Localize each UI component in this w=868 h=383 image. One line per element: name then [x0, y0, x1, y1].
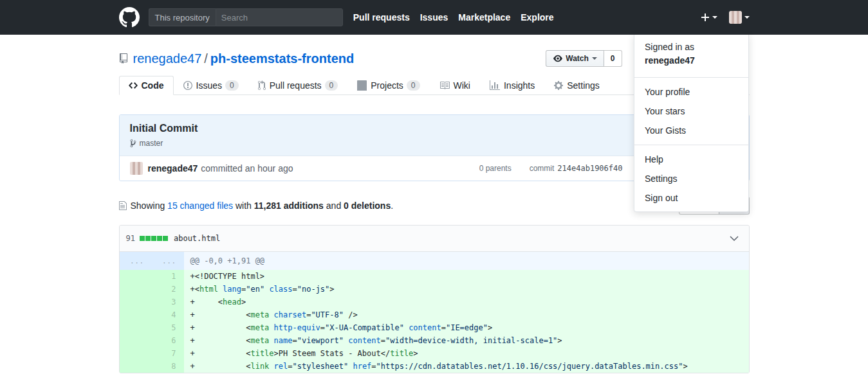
plus-icon [701, 12, 710, 22]
diff-code: + <meta charset="UTF-8" /> [184, 308, 749, 321]
diff-line: 4+ <meta charset="UTF-8" /> [120, 308, 749, 321]
eye-icon [553, 54, 563, 63]
repo-owner-link[interactable]: renegade47 [133, 51, 202, 66]
menu-sign-out[interactable]: Sign out [634, 188, 748, 208]
old-line-number[interactable] [120, 321, 152, 334]
diff-code: + <meta name="viewport" content="width=d… [184, 334, 749, 347]
commit-label: commit [530, 164, 555, 173]
site-header: This repository Pull requests Issues Mar… [0, 0, 868, 35]
old-line-number[interactable] [120, 334, 152, 347]
git-branch-icon [130, 139, 136, 148]
diff-line: 1+<!DOCTYPE html> [120, 270, 749, 283]
header-search: This repository [149, 8, 343, 26]
old-line-number[interactable] [120, 360, 152, 373]
menu-your-profile[interactable]: Your profile [634, 82, 748, 102]
diffstat-blocks [140, 236, 169, 241]
chevron-down-icon [712, 16, 717, 21]
new-line-number[interactable]: 6 [152, 334, 184, 347]
diff-summary-text: Showing 15 changed files with 11,281 add… [131, 200, 394, 211]
commit-sha: 214e4ab1906f40 [557, 164, 622, 173]
menu-your-gists[interactable]: Your Gists [634, 121, 748, 140]
commit-time: committed an hour ago [201, 163, 293, 174]
tab-insights[interactable]: Insights [480, 76, 544, 95]
tab-pull-requests[interactable]: Pull requests 0 [248, 76, 348, 95]
diff-hunk-row: ... ... @@ -0,0 +1,91 @@ [120, 252, 749, 270]
diffstat-block [157, 236, 162, 241]
diff-code: +<html lang="en" class="no-js"> [184, 283, 749, 296]
divider [634, 77, 748, 78]
search-input[interactable] [216, 8, 343, 26]
new-line-number[interactable]: 8 [152, 360, 184, 373]
nav-explore[interactable]: Explore [521, 12, 553, 22]
search-scope-button[interactable]: This repository [149, 8, 216, 26]
project-icon [357, 80, 367, 91]
committer-avatar[interactable] [130, 162, 143, 175]
github-logo[interactable] [119, 7, 140, 28]
nav-issues[interactable]: Issues [420, 12, 448, 22]
file-change-count: 91 [126, 232, 135, 245]
chevron-down-icon [744, 16, 750, 21]
diffstat-block [151, 236, 156, 241]
menu-settings[interactable]: Settings [634, 169, 748, 188]
menu-your-stars[interactable]: Your stars [634, 102, 748, 121]
diff-lines: ... ... @@ -0,0 +1,91 @@ 1+<!DOCTYPE htm… [120, 252, 749, 373]
new-line-number[interactable]: 2 [152, 283, 184, 296]
committer-link[interactable]: renegade47 [148, 163, 198, 174]
new-line-number[interactable]: 7 [152, 347, 184, 360]
repo-icon [119, 53, 128, 64]
signed-in-as[interactable]: Signed in as renegade47 [634, 35, 748, 73]
additions-count: 11,281 additions [254, 200, 324, 211]
book-icon [439, 80, 450, 91]
tab-settings[interactable]: Settings [544, 76, 609, 95]
diff-code: + <meta http-equiv="X-UA-Compatible" con… [184, 321, 749, 334]
old-line-number[interactable] [120, 347, 152, 360]
new-line-number[interactable]: 4 [152, 308, 184, 321]
new-line-number[interactable]: 5 [152, 321, 184, 334]
menu-help[interactable]: Help [634, 150, 748, 169]
diff-code: + <title>PH Steem Stats - About</title> [184, 347, 749, 360]
collapse-file-button[interactable] [726, 236, 743, 242]
watch-button[interactable]: Watch [546, 50, 604, 67]
old-line-number[interactable] [120, 296, 152, 308]
old-line-number[interactable] [120, 283, 152, 296]
file-name[interactable]: about.html [174, 232, 220, 245]
deletions-count: 0 deletions [344, 200, 391, 211]
diffstat-block [163, 236, 168, 241]
hunk-gutter-old: ... [120, 252, 152, 270]
diff-line: 3+ <head> [120, 296, 749, 308]
tab-counter: 0 [325, 80, 338, 91]
tab-wiki[interactable]: Wiki [430, 76, 480, 95]
signed-in-label: Signed in as [645, 40, 738, 54]
changed-files-link[interactable]: 15 changed files [167, 200, 233, 211]
hunk-gutter-new: ... [152, 252, 184, 270]
diff-table: ... ... @@ -0,0 +1,91 @@ 1+<!DOCTYPE htm… [120, 252, 749, 373]
diff-line: 5+ <meta http-equiv="X-UA-Compatible" co… [120, 321, 749, 334]
chevron-down-icon [592, 57, 597, 62]
tab-issues[interactable]: Issues 0 [174, 76, 248, 95]
user-menu-button[interactable] [729, 11, 750, 24]
tab-code[interactable]: Code [119, 76, 174, 95]
new-line-number[interactable]: 3 [152, 296, 184, 308]
file-icon [119, 200, 127, 211]
top-nav: Pull requests Issues Marketplace Explore [343, 12, 554, 22]
old-line-number[interactable] [120, 270, 152, 283]
nav-marketplace[interactable]: Marketplace [458, 12, 510, 22]
diff-line: 8+ <link rel="stylesheet" href="https://… [120, 360, 749, 373]
tab-counter: 0 [225, 80, 239, 91]
diffstat-block [140, 236, 145, 241]
commit-parents: 0 parents [479, 164, 512, 173]
signed-in-username: renegade47 [645, 54, 738, 67]
user-dropdown: Signed in as renegade47 Your profile You… [634, 35, 749, 212]
new-line-number[interactable]: 1 [152, 270, 184, 283]
tab-projects[interactable]: Projects 0 [347, 76, 429, 95]
watch-count[interactable]: 0 [604, 50, 622, 67]
repo-separator: / [201, 51, 210, 66]
diff-file-header: 91 about.html [120, 226, 749, 252]
issue-opened-icon [183, 80, 192, 91]
create-new-menu[interactable] [701, 12, 717, 22]
hunk-header: @@ -0,0 +1,91 @@ [184, 252, 749, 270]
chevron-down-icon [730, 236, 739, 242]
old-line-number[interactable] [120, 308, 152, 321]
nav-pull-requests[interactable]: Pull requests [353, 12, 410, 22]
repo-name-link[interactable]: ph-steemstats-frontend [210, 51, 354, 66]
